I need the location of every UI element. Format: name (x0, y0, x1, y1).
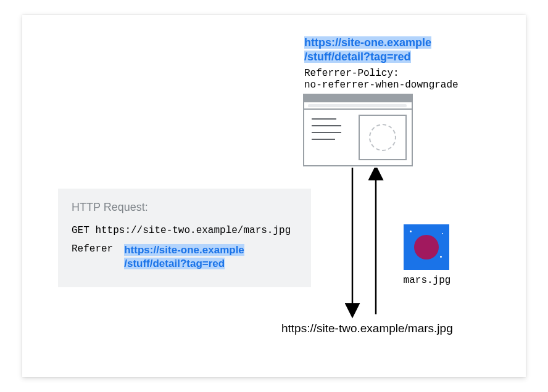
diagram-card: https://site-one.example /stuff/detail?t… (22, 15, 526, 377)
origin-url-line2: /stuff/detail?tag=red (304, 51, 411, 63)
planet-icon (414, 235, 439, 259)
http-request-title: HTTP Request: (72, 201, 297, 214)
policy-line1: Referrer-Policy: (304, 68, 459, 80)
referer-line1: https://site-one.example (124, 244, 244, 256)
http-referer-line: Referer https://site-one.example /stuff/… (72, 243, 297, 271)
referer-line2: /stuff/detail?tag=red (124, 258, 225, 269)
browser-body (303, 110, 413, 166)
browser-titlebar (303, 94, 413, 102)
referrer-policy-text: Referrer-Policy: no-referrer-when-downgr… (304, 68, 459, 91)
origin-url: https://site-one.example /stuff/detail?t… (304, 36, 431, 63)
referer-label: Referer (72, 243, 113, 255)
dashed-circle-icon (369, 124, 396, 151)
text-lines-icon (312, 118, 341, 145)
browser-window-icon (303, 94, 413, 168)
mars-icon (404, 224, 449, 270)
mars-filename: mars.jpg (402, 275, 452, 286)
request-response-arrows-icon (340, 168, 389, 321)
image-placeholder-icon (359, 115, 407, 160)
destination-url: https://site-two.example/mars.jpg (281, 322, 453, 335)
origin-url-line1: https://site-one.example (304, 36, 431, 49)
policy-line2: no-referrer-when-downgrade (304, 80, 459, 91)
browser-urlbar (303, 102, 413, 110)
http-get-line: GET https://site-two.example/mars.jpg (72, 225, 297, 236)
referer-value: https://site-one.example /stuff/detail?t… (124, 243, 244, 271)
http-request-box: HTTP Request: GET https://site-two.examp… (58, 189, 311, 287)
